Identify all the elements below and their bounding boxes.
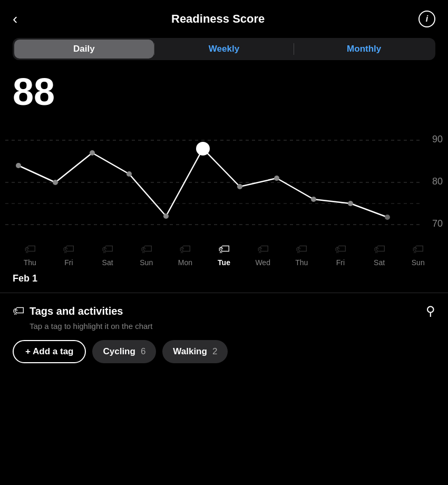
tab-daily[interactable]: Daily — [14, 40, 154, 59]
tags-icon: 🏷 — [13, 304, 24, 318]
day-tag-icon-8: 🏷 — [335, 242, 346, 256]
day-tag-icon-2: 🏷 — [102, 242, 113, 256]
tag-chip-cycling[interactable]: Cycling 6 — [92, 340, 156, 363]
tags-title-row: 🏷 Tags and activities — [13, 304, 123, 318]
chart-svg: 90 80 70 — [0, 119, 448, 240]
day-item-1[interactable]: 🏷Fri — [50, 242, 89, 267]
day-item-5[interactable]: 🏷Tue — [204, 242, 244, 267]
page-title: Readiness Score — [171, 12, 265, 26]
tag-chip-walking-label: Walking — [173, 346, 207, 357]
chart-point-8 — [311, 197, 316, 202]
day-item-0[interactable]: 🏷Thu — [11, 242, 50, 267]
tag-chip-walking[interactable]: Walking 2 — [162, 340, 228, 363]
day-label-2: Sat — [102, 258, 113, 267]
chart-point-selected[interactable] — [196, 142, 210, 156]
day-label-9: Sat — [374, 258, 385, 267]
info-icon: i — [426, 14, 428, 24]
header: ‹ Readiness Score i — [0, 0, 448, 34]
days-row: 🏷Thu🏷Fri🏷Sat🏷Sun🏷Mon🏷Tue🏷Wed🏷Thu🏷Fri🏷Sat… — [0, 242, 448, 267]
tags-section: 🏷 Tags and activities ⚲ Tap a tag to hig… — [0, 293, 448, 376]
tags-header: 🏷 Tags and activities ⚲ — [13, 304, 435, 318]
tab-monthly[interactable]: Monthly — [294, 40, 434, 59]
day-item-2[interactable]: 🏷Sat — [88, 242, 127, 267]
tags-buttons: + Add a tag Cycling 6 Walking 2 — [13, 340, 435, 363]
day-item-7[interactable]: 🏷Thu — [282, 242, 321, 267]
svg-text:90: 90 — [432, 134, 443, 144]
day-tag-icon-7: 🏷 — [296, 242, 307, 256]
day-label-3: Sun — [140, 258, 153, 267]
tag-chip-cycling-label: Cycling — [103, 346, 135, 357]
chart-point-0 — [16, 163, 21, 168]
day-label-6: Wed — [255, 258, 270, 267]
day-tag-icon-0: 🏷 — [24, 242, 36, 256]
day-tag-icon-6: 🏷 — [257, 242, 269, 256]
day-tag-icon-4: 🏷 — [179, 242, 191, 256]
chart-point-3 — [126, 171, 132, 177]
day-item-9[interactable]: 🏷Sat — [360, 242, 399, 267]
svg-text:70: 70 — [432, 218, 443, 229]
chart-point-6 — [237, 184, 242, 189]
chart-area: 90 80 70 — [0, 119, 448, 240]
day-item-3[interactable]: 🏷Sun — [127, 242, 166, 267]
chart-point-10 — [385, 215, 390, 220]
tags-subtitle: Tap a tag to highlight it on the chart — [13, 322, 435, 331]
day-item-8[interactable]: 🏷Fri — [321, 242, 360, 267]
day-tag-icon-9: 🏷 — [374, 242, 385, 256]
score-section: 88 — [0, 69, 448, 111]
day-item-4[interactable]: 🏷Mon — [166, 242, 205, 267]
day-label-7: Thu — [295, 258, 308, 267]
day-label-4: Mon — [178, 258, 192, 267]
chart-point-7 — [274, 176, 279, 181]
chart-point-1 — [53, 180, 58, 185]
score-value: 88 — [13, 73, 435, 111]
tag-chip-walking-count: 2 — [212, 346, 217, 357]
day-label-1: Fri — [64, 258, 73, 267]
tab-weekly[interactable]: Weekly — [154, 40, 294, 59]
day-tag-icon-5: 🏷 — [218, 242, 230, 256]
svg-text:80: 80 — [432, 176, 443, 187]
day-label-10: Sun — [412, 258, 425, 267]
day-tag-icon-3: 🏷 — [141, 242, 152, 256]
add-tag-button[interactable]: + Add a tag — [13, 340, 86, 363]
tags-title: Tags and activities — [30, 305, 123, 317]
tag-chip-cycling-count: 6 — [141, 346, 145, 357]
day-tag-icon-1: 🏷 — [63, 242, 74, 256]
day-item-10[interactable]: 🏷Sun — [398, 242, 437, 267]
tab-bar: Daily Weekly Monthly — [13, 38, 435, 60]
date-label: Feb 1 — [0, 267, 448, 286]
chart-point-9 — [348, 201, 353, 206]
day-tag-icon-10: 🏷 — [412, 242, 424, 256]
search-icon[interactable]: ⚲ — [426, 304, 435, 318]
info-button[interactable]: i — [418, 11, 435, 27]
chart-point-4 — [163, 214, 169, 219]
back-button[interactable]: ‹ — [13, 11, 17, 27]
day-item-6[interactable]: 🏷Wed — [244, 242, 283, 267]
day-label-5: Tue — [218, 258, 230, 267]
day-label-8: Fri — [336, 258, 345, 267]
day-label-0: Thu — [24, 258, 36, 267]
chart-point-2 — [90, 150, 95, 156]
